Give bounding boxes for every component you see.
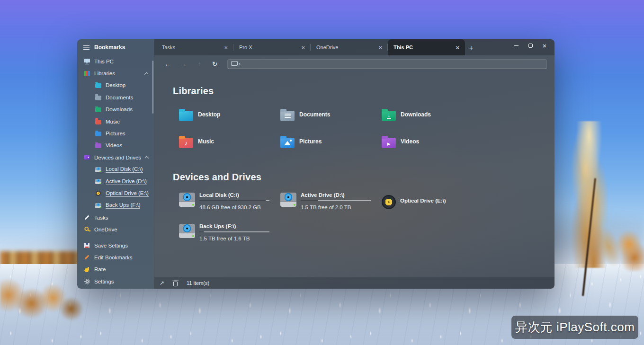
maximize-button[interactable] (523, 39, 537, 52)
sidebar-item-label: This PC (94, 59, 114, 64)
sidebar-item-label: Optical Drive (E:\) (106, 190, 149, 197)
sidebar-item-label: Music (106, 119, 120, 124)
sidebar-item-active-drive-d[interactable]: Active Drive (D:\) (77, 176, 154, 187)
new-tab-button[interactable]: + (465, 39, 477, 55)
library-tile-documents[interactable]: Documents (280, 105, 382, 124)
tab-pro-x[interactable]: Pro X× (233, 39, 311, 55)
up-button[interactable]: ↑ (195, 60, 204, 68)
key-icon (83, 227, 90, 233)
drive-icon (95, 167, 102, 172)
drive-usage-bar (199, 231, 269, 232)
sidebar-item-label: Tasks (94, 215, 108, 221)
folder-desktop-icon (179, 111, 193, 121)
sidebar-item-this-pc[interactable]: This PC (77, 55, 154, 67)
sidebar-item-downloads[interactable]: Downloads (77, 104, 154, 115)
sidebar-item-label: Settings (94, 279, 114, 284)
drives-grid: Local Disk (C:\)48.6 GB free of 930.2 GB… (179, 191, 547, 241)
sidebar-item-back-ups-f[interactable]: Back Ups (F:\) (77, 200, 154, 212)
drive-icon (95, 179, 102, 184)
sidebar-item-documents[interactable]: Documents (77, 91, 154, 103)
drive-tile-back-ups-f[interactable]: Back Ups (F:\)1.5 TB free of 1.6 TB (179, 222, 280, 241)
sidebar-item-optical-drive-e[interactable]: Optical Drive (E:\) (77, 187, 154, 199)
drive-usage-bar (301, 200, 371, 201)
chevron-up-icon[interactable] (145, 156, 149, 159)
sidebar-item-rate[interactable]: Rate (77, 264, 154, 275)
thumb-up-icon (83, 266, 90, 272)
tab-label: Pro X (239, 44, 299, 50)
drive-tile-optical-drive-e[interactable]: Optical Drive (E:\) (382, 191, 483, 210)
tab-label: OneDrive (316, 44, 376, 50)
tile-label: Desktop (198, 111, 220, 118)
close-button[interactable]: × (537, 39, 552, 52)
address-bar[interactable]: › (227, 59, 547, 69)
sidebar-item-settings[interactable]: Settings (77, 275, 154, 287)
forward-button[interactable]: → (179, 60, 188, 68)
sidebar-item-label: Devices and Drives (94, 155, 141, 160)
refresh-button[interactable]: ↻ (210, 60, 219, 68)
back-button[interactable]: ← (163, 60, 172, 68)
hard-drive-icon (179, 224, 195, 238)
sidebar-item-label: Documents (106, 95, 133, 100)
sidebar-scrollbar[interactable] (152, 61, 154, 114)
sidebar-item-devices-and-drives[interactable]: Devices and Drives (77, 151, 154, 163)
sidebar-item-label: Videos (106, 142, 122, 148)
drive-tile-active-drive-d[interactable]: Active Drive (D:\)1.5 TB free of 2.0 TB (280, 191, 382, 210)
tab-close-icon[interactable]: × (454, 44, 461, 51)
sidebar-header: Bookmarks (77, 39, 154, 55)
libraries-icon (83, 71, 90, 76)
tab-close-icon[interactable]: × (222, 44, 230, 51)
main-pane: Tasks×Pro X×OneDrive×This PC× + × ← → ↑ … (154, 39, 555, 289)
jump-arrow-icon[interactable]: ↗ (160, 280, 164, 286)
folder-music-icon (179, 138, 193, 148)
sidebar-item-music[interactable]: Music (77, 115, 154, 127)
folder-videos-icon (382, 138, 396, 148)
item-count: 11 item(s) (187, 280, 209, 286)
sidebar-item-label: Pictures (106, 131, 125, 136)
folder-downloads-icon (382, 111, 396, 121)
tab-tasks[interactable]: Tasks× (156, 39, 233, 55)
drive-free-space: 1.5 TB free of 1.6 TB (199, 236, 269, 241)
bookmarks-list: This PCLibrariesDesktopDocumentsDownload… (77, 55, 154, 287)
sidebar-item-videos[interactable]: Videos (77, 140, 154, 151)
wallpaper-tree (564, 121, 625, 301)
sidebar-item-onedrive[interactable]: OneDrive (77, 223, 154, 235)
sidebar-item-edit-bookmarks[interactable]: Edit Bookmarks (77, 251, 154, 263)
sidebar-item-local-disk-c[interactable]: Local Disk (C:\) (77, 164, 154, 176)
minimize-button[interactable] (509, 39, 523, 52)
gear-icon (83, 279, 90, 284)
hard-drive-icon (179, 193, 195, 207)
drive-info: Back Ups (F:\)1.5 TB free of 1.6 TB (199, 222, 269, 241)
library-tile-downloads[interactable]: Downloads (382, 105, 483, 124)
sidebar-item-label: Local Disk (C:\) (106, 166, 143, 173)
tile-label: Documents (299, 111, 330, 118)
sidebar-item-save-settings[interactable]: Save Settings (77, 239, 154, 251)
library-tile-pictures[interactable]: Pictures (280, 132, 382, 151)
drive-name: Optical Drive (E:\) (400, 198, 446, 203)
drive-tile-local-disk-c[interactable]: Local Disk (C:\)48.6 GB free of 930.2 GB (179, 191, 280, 210)
tab-close-icon[interactable]: × (299, 44, 307, 51)
library-tile-desktop[interactable]: Desktop (179, 105, 280, 124)
folder-pictures-icon (95, 131, 102, 136)
tab-onedrive[interactable]: OneDrive× (311, 39, 388, 55)
wallpaper-bush (612, 226, 644, 271)
sidebar-title: Bookmarks (94, 44, 125, 51)
sidebar-item-libraries[interactable]: Libraries (77, 67, 154, 79)
tab-close-icon[interactable]: × (376, 44, 384, 51)
libraries-grid: DesktopDocumentsDownloadsMusicPicturesVi… (179, 105, 547, 151)
hamburger-icon[interactable] (83, 45, 89, 50)
sidebar-item-label: OneDrive (94, 227, 117, 232)
section-title-libraries: Libraries (173, 86, 547, 97)
sidebar-item-desktop[interactable]: Desktop (77, 80, 154, 91)
recycle-bin-icon[interactable] (172, 280, 178, 286)
window-controls: × (509, 39, 552, 55)
minimize-icon (514, 45, 519, 46)
folder-downloads-icon (95, 106, 102, 112)
sidebar-item-tasks[interactable]: Tasks (77, 212, 154, 223)
tab-this-pc[interactable]: This PC× (388, 39, 465, 55)
tab-bar: Tasks×Pro X×OneDrive×This PC× + × (154, 39, 555, 55)
optical-disc-icon (95, 191, 102, 196)
sidebar-item-pictures[interactable]: Pictures (77, 127, 154, 139)
library-tile-music[interactable]: Music (179, 132, 280, 151)
chevron-up-icon[interactable] (144, 72, 149, 75)
library-tile-videos[interactable]: Videos (382, 132, 483, 151)
